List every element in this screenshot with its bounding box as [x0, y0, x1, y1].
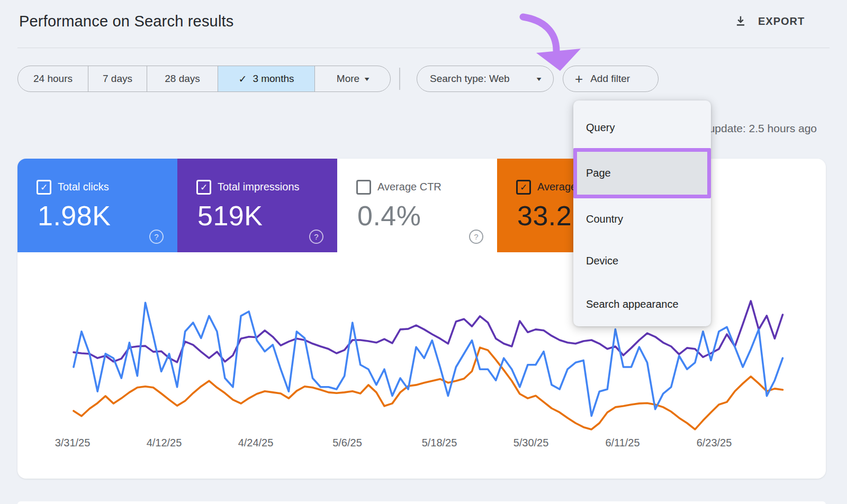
more-label: More: [337, 73, 359, 85]
highlighted-menu-item: Page: [573, 148, 711, 198]
export-label: EXPORT: [758, 15, 805, 28]
date-range-24-hours[interactable]: ✓ 24 hours: [18, 66, 88, 91]
menu-item-query[interactable]: Query: [573, 107, 711, 148]
date-range-28-days[interactable]: ✓ 28 days: [147, 66, 218, 91]
checkbox-icon[interactable]: ✓: [516, 180, 531, 195]
series-average-position: [74, 347, 783, 429]
add-filter-menu: Query Page Country Device Search appeara…: [573, 100, 711, 326]
plus-icon: +: [575, 72, 583, 86]
date-range-3-months[interactable]: ✓ 3 months: [218, 66, 315, 91]
add-filter-button[interactable]: + Add filter: [563, 66, 659, 92]
check-icon: ✓: [238, 73, 247, 85]
search-type-label: Search type: Web: [430, 73, 510, 85]
help-icon[interactable]: ?: [149, 230, 164, 244]
help-icon[interactable]: ?: [469, 230, 483, 244]
x-axis-tick: 5/30/25: [504, 437, 557, 449]
date-range-label: 28 days: [165, 73, 200, 85]
date-range-7-days[interactable]: ✓ 7 days: [88, 66, 147, 91]
date-range-control: ✓ 24 hours ✓ 7 days ✓ 28 days ✓ 3 months…: [17, 66, 391, 92]
metric-value: 33.2: [517, 200, 572, 232]
metric-value: 1.98K: [38, 200, 111, 232]
search-type-dropdown[interactable]: Search type: Web ▾: [417, 66, 554, 92]
x-axis-tick: 4/24/25: [229, 437, 282, 449]
chevron-down-icon: ▾: [365, 75, 370, 83]
menu-item-country[interactable]: Country: [573, 198, 711, 240]
next-section-card: [17, 501, 826, 504]
metric-tile-average-ctr[interactable]: Average CTR 0.4% ?: [337, 159, 497, 252]
menu-item-search-appearance[interactable]: Search appearance: [573, 282, 711, 326]
metric-value: 0.4%: [357, 200, 421, 232]
menu-item-page[interactable]: Page: [577, 167, 611, 179]
date-range-more-button[interactable]: More ▾: [315, 66, 390, 91]
metric-label: Total impressions: [218, 181, 300, 193]
metric-label: Total clicks: [58, 181, 109, 193]
x-axis-tick: 4/12/25: [138, 437, 191, 449]
metric-value: 519K: [197, 200, 263, 232]
export-button[interactable]: EXPORT: [734, 12, 805, 31]
checkbox-icon[interactable]: ✓: [196, 180, 211, 195]
x-axis-tick: 5/6/25: [321, 437, 374, 449]
header-divider: [17, 48, 830, 48]
chevron-down-icon: ▾: [537, 75, 542, 83]
download-icon: [734, 14, 747, 28]
metric-tile-total-impressions[interactable]: ✓ Total impressions 519K ?: [177, 159, 337, 252]
checkbox-icon[interactable]: ✓: [37, 180, 51, 195]
x-axis-tick: 6/23/25: [688, 437, 741, 449]
x-axis-tick: 3/31/25: [46, 437, 99, 449]
page-title: Performance on Search results: [19, 13, 234, 30]
add-filter-label: Add filter: [590, 73, 630, 85]
checkbox-icon[interactable]: [356, 180, 371, 195]
help-icon[interactable]: ?: [309, 230, 323, 244]
toolbar-separator: [399, 68, 400, 90]
metric-tile-total-clicks[interactable]: ✓ Total clicks 1.98K ?: [17, 159, 177, 252]
date-range-label: 7 days: [103, 73, 132, 85]
menu-item-device[interactable]: Device: [573, 240, 711, 282]
metric-label: Average CTR: [377, 181, 441, 193]
x-axis-tick: 6/11/25: [596, 437, 649, 449]
x-axis-tick: 5/18/25: [413, 437, 466, 449]
date-range-label: 24 hours: [33, 73, 73, 85]
date-range-label: 3 months: [253, 73, 294, 85]
